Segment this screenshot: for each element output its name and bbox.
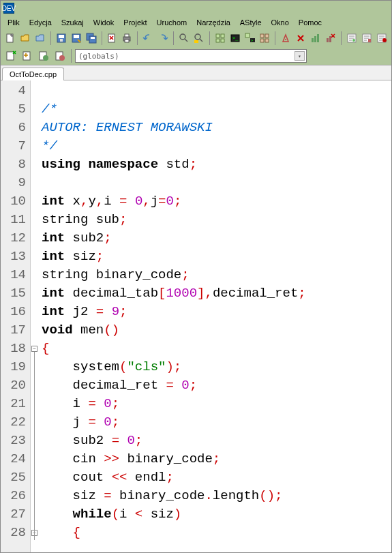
svg-rect-18 — [216, 39, 220, 42]
goto-icon[interactable] — [345, 31, 359, 46]
save-as-icon[interactable] — [70, 31, 83, 46]
line-number: 23 — [1, 432, 26, 450]
separator — [137, 31, 138, 45]
open-icon[interactable] — [18, 31, 32, 46]
svg-text:>_: >_ — [232, 35, 239, 41]
breakpoint-icon[interactable] — [375, 31, 389, 46]
code-line[interactable]: while(i < siz) — [42, 505, 391, 524]
code-line[interactable]: void men() — [42, 321, 391, 340]
code-area[interactable]: /*AUTOR: ERNEST MORAWSKI*/using namespac… — [39, 80, 391, 552]
separator — [71, 49, 72, 63]
line-number: 17 — [1, 321, 26, 340]
code-line[interactable]: int siz; — [42, 248, 391, 266]
svg-point-13 — [180, 34, 185, 40]
delete-profile-icon[interactable] — [324, 31, 337, 46]
replace-icon[interactable] — [192, 31, 206, 46]
menu-item-uruchom[interactable]: Uruchom — [153, 17, 192, 28]
save-icon[interactable] — [55, 31, 68, 46]
code-line[interactable]: cout << endl; — [42, 468, 391, 487]
find-icon[interactable] — [177, 31, 191, 46]
svg-rect-19 — [221, 39, 224, 42]
menu-item-projekt[interactable]: Projekt — [119, 17, 151, 28]
line-number: 13 — [1, 248, 26, 266]
code-line[interactable]: int x,y,i = 0,j=0; — [42, 192, 391, 211]
run-icon[interactable]: >_ — [228, 31, 242, 46]
code-line[interactable]: int decimal_tab[1000],decimal_ret; — [42, 284, 391, 303]
menu-item-edycja[interactable]: Edycja — [25, 17, 56, 28]
code-line[interactable] — [42, 174, 391, 192]
code-line[interactable]: { — [42, 340, 391, 358]
print-icon[interactable] — [120, 31, 134, 46]
save-all-icon[interactable] — [85, 31, 98, 46]
debug-icon[interactable] — [279, 31, 292, 46]
line-number: 14 — [1, 266, 26, 284]
svg-point-44 — [43, 55, 48, 61]
file-tab-active[interactable]: OctToDec.cpp — [2, 68, 64, 80]
toolbar-secondary: (globals) ▾ — [1, 47, 391, 65]
menu-item-widok[interactable]: Widok — [89, 17, 119, 28]
code-line[interactable]: cin >> binary_code; — [42, 450, 391, 468]
menu-item-pomoc[interactable]: Pomoc — [295, 17, 326, 28]
code-line[interactable]: /* — [42, 100, 391, 119]
line-number: 24 — [1, 450, 26, 468]
menu-item-okno[interactable]: Okno — [267, 17, 293, 28]
code-line[interactable]: AUTOR: ERNEST MORAWSKI — [42, 119, 391, 137]
bookmark-icon[interactable] — [360, 31, 374, 46]
code-line[interactable]: i = 0; — [42, 395, 391, 413]
svg-rect-12 — [125, 40, 129, 42]
chevron-down-icon[interactable]: ▾ — [295, 51, 305, 61]
svg-rect-26 — [265, 34, 269, 38]
code-line[interactable]: string sub; — [42, 211, 391, 229]
svg-rect-38 — [368, 39, 371, 42]
code-line[interactable]: siz = binary_code.length(); — [42, 487, 391, 505]
rebuild-icon[interactable] — [258, 31, 272, 46]
clear-icon[interactable] — [52, 48, 67, 63]
separator — [50, 31, 51, 45]
code-line[interactable]: decimal_ret = 0; — [42, 376, 391, 395]
menu-item-astyle[interactable]: AStyle — [236, 17, 266, 28]
menu-item-narzędzia[interactable]: Narzędzia — [192, 17, 235, 28]
code-line[interactable]: int sub2; — [42, 229, 391, 248]
svg-rect-34 — [329, 36, 331, 42]
open-project-icon[interactable] — [33, 31, 47, 46]
compile-icon[interactable] — [213, 31, 227, 46]
code-line[interactable]: { — [42, 524, 391, 542]
scope-combo[interactable]: (globals) ▾ — [75, 49, 307, 63]
svg-rect-17 — [221, 34, 224, 38]
app-icon: DEV — [3, 3, 14, 14]
svg-rect-15 — [194, 40, 198, 43]
close-icon[interactable] — [105, 31, 119, 46]
code-editor[interactable]: 4567891011121314151617181920212223242526… — [1, 80, 391, 552]
line-number: 20 — [1, 376, 26, 395]
profile-icon[interactable] — [309, 31, 322, 46]
toggle-icon[interactable] — [36, 48, 51, 63]
redo-icon[interactable] — [156, 31, 170, 46]
code-line[interactable]: */ — [42, 137, 391, 155]
line-number: 21 — [1, 395, 26, 413]
code-line[interactable]: system("cls"); — [42, 358, 391, 376]
separator — [341, 31, 342, 45]
code-line[interactable] — [42, 82, 391, 100]
code-line[interactable]: int j2 = 9; — [42, 303, 391, 321]
svg-text:>: > — [251, 38, 253, 42]
new-class-icon[interactable] — [3, 48, 18, 63]
code-line[interactable]: string binary_code; — [42, 266, 391, 284]
insert-icon[interactable] — [20, 48, 35, 63]
code-line[interactable]: using namespace std; — [42, 155, 391, 174]
toolbar-main: >_ > — [1, 29, 391, 47]
compile-run-icon[interactable]: > — [243, 31, 257, 46]
menu-item-szukaj[interactable]: Szukaj — [57, 17, 88, 28]
svg-rect-27 — [260, 39, 264, 42]
separator — [102, 31, 102, 45]
titlebar: DEV — [1, 1, 391, 16]
undo-icon[interactable] — [141, 31, 155, 46]
code-line[interactable]: j = 0; — [42, 413, 391, 432]
svg-rect-3 — [60, 39, 63, 42]
stop-debug-icon[interactable] — [294, 31, 307, 46]
menu-item-plik[interactable]: Plik — [3, 17, 24, 28]
separator — [173, 31, 174, 45]
fold-toggle-icon[interactable]: − — [31, 346, 37, 352]
new-file-icon[interactable] — [3, 31, 17, 46]
code-line[interactable]: sub2 = 0; — [42, 432, 391, 450]
svg-rect-31 — [314, 36, 316, 42]
